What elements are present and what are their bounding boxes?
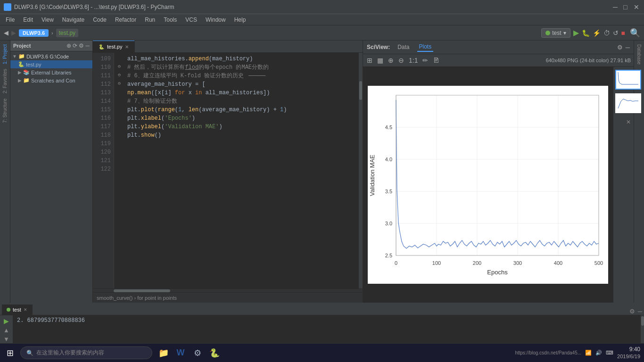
start-button[interactable]: ⊞ [4, 347, 17, 359]
structure-tab-strip[interactable]: 7: Structure [1, 97, 8, 125]
favorites-tab-strip[interactable]: 2: Favorites [1, 67, 8, 95]
lib-icon: 📚 [23, 69, 30, 75]
taskbar-search-bar[interactable]: 🔍 在这里输入你要搜索的内容 [20, 346, 152, 359]
thumbnail-1[interactable] [615, 70, 641, 90]
fold-119[interactable] [118, 123, 124, 131]
menu-refactor[interactable]: Refactor [111, 16, 140, 24]
breadcrumb-sep: › [51, 30, 53, 36]
code-editor[interactable]: all_mae_histories.append(mae_history) ⊖ … [114, 53, 359, 288]
main-layout: 1: Project 2: Favorites 7: Structure Pro… [0, 41, 644, 303]
fold-112[interactable]: ⊖ [118, 72, 124, 80]
tray-icon-1[interactable]: 📶 [585, 350, 592, 356]
fold-113[interactable]: ⊖ [118, 80, 124, 89]
menu-tools[interactable]: Tools [160, 16, 181, 24]
taskbar-pycharm[interactable]: 🐍 [207, 346, 222, 361]
folder-icon: 📁 [18, 53, 25, 59]
line-num-122: 122 [96, 165, 111, 173]
fold-109[interactable] [118, 55, 124, 63]
taskbar-word[interactable]: W [173, 346, 188, 361]
fold-116[interactable] [118, 97, 124, 106]
line-numbers: 109 110 111 112 113 114 115 116 117 118 … [93, 53, 114, 288]
code-line-120: plt.show() [118, 131, 355, 140]
maximize-btn[interactable]: □ [623, 4, 630, 10]
menu-navigate[interactable]: Navigate [58, 16, 88, 24]
thumbnail-2[interactable] [615, 93, 641, 113]
menu-edit[interactable]: Edit [19, 16, 37, 24]
run-scroll-thumb[interactable] [641, 316, 644, 326]
run-panel-minimize-icon[interactable]: ─ [638, 308, 642, 315]
rerun-button[interactable]: ↺ [613, 29, 619, 37]
debug-button[interactable]: 🐛 [582, 29, 590, 37]
run-restart-btn[interactable]: ▶ [4, 317, 9, 325]
tray-icon-2[interactable]: 🔊 [595, 350, 602, 356]
sync-icon[interactable]: ⟳ [73, 42, 77, 49]
settings-icon[interactable]: ⚙ [79, 42, 84, 49]
fold-120[interactable] [118, 131, 124, 140]
code-line-113: ⊖ average_mae_history = [ [118, 80, 355, 89]
menu-window[interactable]: Window [202, 16, 230, 24]
add-icon[interactable]: ⊕ [66, 42, 71, 49]
stop-button[interactable]: ■ [621, 29, 625, 37]
menu-view[interactable]: View [38, 16, 58, 24]
minimize-btn[interactable]: ─ [613, 4, 619, 10]
tray-icon-3[interactable]: ⌨ [606, 350, 613, 356]
project-badge[interactable]: DLWP3.6 [19, 29, 49, 37]
run-down-btn[interactable]: ▼ [3, 336, 9, 343]
zoom-out-btn[interactable]: ⊖ [397, 56, 405, 65]
menu-run[interactable]: Run [141, 16, 159, 24]
horizontal-scrollbar[interactable] [93, 288, 363, 292]
sciview-tab-plots[interactable]: Plots [417, 42, 434, 52]
code-scrollbar[interactable] [359, 53, 363, 288]
menu-vcs[interactable]: VCS [182, 16, 201, 24]
tree-item-scratches[interactable]: ▶ 📁 Scratches and Con [10, 76, 92, 84]
title-bar: DLWP3.6 [G:\Code\DLWP3.6] - ...\test.py … [0, 0, 644, 14]
nav-back-icon[interactable]: ◀ [4, 29, 8, 36]
tree-item-root[interactable]: ▼ 📁 DLWP3.6 G:\Code [10, 52, 92, 60]
run-up-btn[interactable]: ▲ [3, 327, 9, 334]
sciview-main: 2.5 3.0 3.5 4.0 4.5 0 100 200 300 400 50… [363, 67, 634, 303]
file-tab-toolbar[interactable]: test.py [56, 29, 78, 37]
edit-btn[interactable]: ✏ [421, 56, 429, 65]
run-tab-close-btn[interactable]: ✕ [24, 307, 27, 312]
run-panel-settings-icon[interactable]: ⚙ [629, 308, 635, 315]
taskbar-explorer[interactable]: 📁 [156, 346, 171, 361]
zoom-in-btn[interactable]: ⊕ [387, 56, 395, 65]
fold-117[interactable] [118, 106, 124, 114]
grid-btn-2[interactable]: ▦ [376, 56, 384, 65]
taskbar-chrome[interactable]: ⚙ [190, 346, 205, 361]
tree-item-testpy[interactable]: 🐍 test.py [10, 60, 92, 68]
editor-tab-testpy[interactable]: 🐍 test.py ✕ [93, 41, 135, 52]
run-config-dropdown[interactable]: test ▾ [541, 28, 570, 38]
editor-tabs: 🐍 test.py ✕ [93, 41, 363, 53]
minimize-panel-icon[interactable]: ─ [85, 42, 90, 49]
profile-button[interactable]: ⏱ [603, 29, 610, 37]
h-scroll-thumb[interactable] [114, 289, 170, 292]
fold-114[interactable] [118, 89, 124, 97]
sciview-tab-data[interactable]: Data [396, 43, 411, 51]
system-clock[interactable]: 9:40 2019/6/19 [617, 346, 640, 360]
actual-size-btn[interactable]: 1:1 [408, 56, 419, 65]
search-everywhere-icon[interactable]: 🔍 [630, 28, 640, 38]
code-content[interactable]: 109 110 111 112 113 114 115 116 117 118 … [93, 53, 363, 288]
grid-btn-1[interactable]: ⊞ [366, 56, 373, 65]
close-btn[interactable]: ✕ [634, 4, 640, 10]
fold-110[interactable]: ⊖ [118, 63, 124, 72]
export-btn[interactable]: 🖹 [432, 56, 440, 65]
tab-close-btn[interactable]: ✕ [125, 44, 129, 49]
coverage-button[interactable]: ⚡ [593, 29, 601, 37]
database-tab-strip[interactable]: Database [636, 42, 643, 66]
tree-item-external-libs[interactable]: ▶ 📚 External Libraries [10, 68, 92, 76]
menu-code[interactable]: Code [89, 16, 110, 24]
fold-118[interactable] [118, 114, 124, 123]
scroll-thumb[interactable] [359, 81, 362, 100]
menu-help[interactable]: Help [231, 16, 250, 24]
sciview-settings-icon[interactable]: ⚙ [617, 44, 623, 51]
close-thumbnail-btn[interactable]: ✕ [626, 119, 631, 125]
run-button[interactable]: ▶ [573, 28, 579, 37]
expand-arrow-icon: ▼ [12, 54, 17, 59]
run-tab-test[interactable]: test ✕ [2, 304, 33, 315]
sciview-minimize-icon[interactable]: ─ [626, 44, 630, 51]
menu-file[interactable]: File [2, 16, 18, 24]
project-tab-strip[interactable]: 1: Project [1, 42, 8, 66]
nav-forward-icon[interactable]: ▶ [11, 29, 16, 36]
